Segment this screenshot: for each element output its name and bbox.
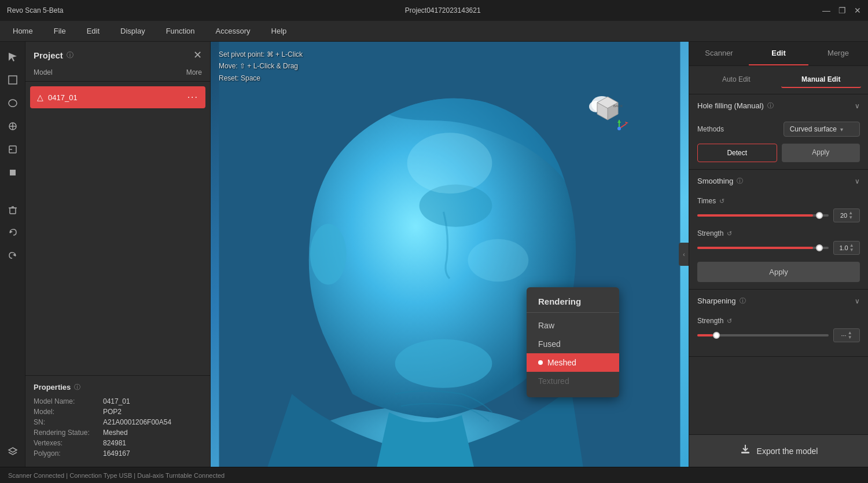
menu-display[interactable]: Display [117, 24, 149, 38]
model-column-label: Model [34, 68, 53, 76]
prop-polygon: Polygon: 1649167 [34, 449, 202, 458]
sharpening-reset-icon[interactable]: ↺ [727, 317, 732, 325]
menu-file[interactable]: File [50, 24, 69, 38]
strength-down[interactable]: ▼ [849, 248, 854, 253]
render-option-raw[interactable]: Raw [527, 316, 619, 335]
collapse-handle[interactable]: ‹ [679, 243, 689, 266]
sidebar-icon-cursor[interactable] [2, 46, 23, 67]
prop-vertexes: Vertexes: 824981 [34, 439, 202, 447]
sidebar-icon-measure[interactable] [2, 139, 23, 160]
title-bar: Revo Scan 5-Beta Project04172023143621 —… [0, 0, 868, 21]
times-param: Times ↺ 20 ▲ [697, 197, 860, 222]
times-value-input[interactable]: 20 ▲ ▼ [833, 208, 860, 222]
smoothing-content: Times ↺ 20 ▲ [689, 192, 868, 289]
model-options-button[interactable]: ··· [187, 92, 198, 103]
more-button[interactable]: More [186, 68, 202, 76]
viewport-gizmo[interactable]: BACK [584, 88, 631, 134]
menu-edit[interactable]: Edit [83, 24, 103, 38]
properties-info-icon[interactable]: ⓘ [74, 383, 80, 391]
sharpening-header[interactable]: Sharpening ⓘ ∨ [689, 290, 868, 312]
subtab-manual-edit[interactable]: Manual Edit [781, 72, 862, 88]
detect-apply-row: Detect Apply [689, 144, 868, 169]
render-textured-label: Textured [538, 376, 569, 386]
render-option-meshed[interactable]: Meshed [527, 353, 619, 372]
render-option-textured[interactable]: Textured [527, 372, 619, 390]
sidebar-icon-select[interactable] [2, 69, 23, 90]
sharpening-content: Strength ↺ ··· ▲ [689, 312, 868, 356]
sharpening-slider[interactable] [697, 334, 829, 336]
methods-label: Methods [697, 125, 724, 133]
menu-function[interactable]: Function [163, 24, 198, 38]
detect-button[interactable]: Detect [697, 144, 777, 162]
window-title: Project04172023143621 [405, 6, 481, 14]
project-info-icon[interactable]: ⓘ [67, 50, 73, 60]
times-down[interactable]: ▼ [848, 215, 853, 220]
menu-accessory[interactable]: Accessory [212, 24, 254, 38]
project-subheader: Model More [25, 66, 210, 82]
strength-slider-fill [697, 247, 813, 249]
export-icon [740, 444, 751, 458]
sharpening-slider-fill [697, 334, 713, 336]
strength-slider[interactable] [697, 247, 829, 249]
status-text: Scanner Connected | Connection Type USB … [8, 472, 225, 479]
hole-filling-apply-button[interactable]: Apply [782, 144, 860, 162]
project-close-button[interactable]: ✕ [193, 49, 202, 61]
prop-rendering: Rendering Statue: Meshed [34, 429, 202, 437]
svg-marker-13 [9, 448, 17, 452]
export-button[interactable]: Export the model [689, 434, 868, 467]
times-reset-icon[interactable]: ↺ [719, 197, 724, 205]
tab-scanner[interactable]: Scanner [689, 42, 749, 65]
right-panel-subtabs: Auto Edit Manual Edit [689, 66, 868, 94]
render-meshed-label: Meshed [547, 358, 576, 367]
project-title: Project [34, 50, 63, 60]
model-item[interactable]: △ 0417_01 ··· [30, 86, 205, 108]
svg-rect-7 [10, 170, 16, 175]
methods-row: Methods Curved surface ▾ [689, 117, 868, 144]
sidebar-icon-lasso[interactable] [2, 93, 23, 114]
sidebar-icon-delete[interactable] [2, 199, 23, 220]
strength-value-input[interactable]: 1.0 ▲ ▼ [833, 241, 860, 255]
project-header: Project ⓘ ✕ [25, 42, 210, 66]
sharpening-down[interactable]: ▼ [848, 335, 852, 340]
smoothing-header[interactable]: Smoothing ⓘ ∨ [689, 170, 868, 192]
sidebar-icon-transform[interactable] [2, 116, 23, 137]
times-slider-thumb[interactable] [816, 212, 823, 219]
sidebar-icon-square[interactable] [2, 162, 23, 183]
main-layout: Project ⓘ ✕ Model More △ 0417_01 ··· Pro… [0, 42, 868, 467]
hole-filling-info-icon: ⓘ [767, 101, 774, 110]
strength-label: Strength [697, 229, 723, 237]
sidebar-icon-undo[interactable] [2, 222, 23, 243]
smoothing-apply-button[interactable]: Apply [697, 262, 860, 282]
sharpening-slider-row: ··· ▲ ▼ [697, 328, 860, 342]
rendering-popup-title: Rendering [527, 294, 619, 313]
strength-reset-icon[interactable]: ↺ [727, 230, 732, 237]
minimize-button[interactable]: — [822, 6, 830, 15]
viewport[interactable]: Set pivot point: ⌘ + L-Click Move: ⇧ + L… [211, 42, 689, 467]
svg-point-20 [310, 224, 347, 285]
svg-marker-12 [13, 254, 16, 257]
svg-point-19 [468, 239, 528, 281]
sharpening-info-icon: ⓘ [740, 297, 746, 305]
maximize-button[interactable]: ❐ [838, 6, 846, 15]
menu-home[interactable]: Home [9, 24, 36, 38]
menu-help[interactable]: Help [268, 24, 290, 38]
hint-pivot: Set pivot point: ⌘ + L-Click [219, 49, 303, 60]
subtab-auto-edit[interactable]: Auto Edit [696, 72, 777, 88]
hole-filling-header[interactable]: Hole filling (Manual) ⓘ ∨ [689, 94, 868, 117]
sharpening-strength-label: Strength [697, 317, 723, 325]
close-button[interactable]: ✕ [854, 6, 861, 15]
left-sidebar [0, 42, 25, 467]
status-bar: Scanner Connected | Connection Type USB … [0, 467, 868, 483]
svg-text:BACK: BACK [613, 104, 623, 108]
sharpening-value-input[interactable]: ··· ▲ ▼ [833, 328, 860, 342]
sidebar-icon-layers[interactable] [2, 441, 23, 462]
tab-edit[interactable]: Edit [749, 42, 808, 65]
strength-slider-thumb[interactable] [816, 244, 823, 251]
times-slider[interactable] [697, 214, 829, 217]
sidebar-icon-redo[interactable] [2, 246, 23, 266]
methods-dropdown-arrow: ▾ [840, 126, 843, 133]
methods-dropdown[interactable]: Curved surface ▾ [784, 122, 860, 137]
sharpening-slider-thumb[interactable] [713, 332, 720, 339]
tab-merge[interactable]: Merge [808, 42, 868, 65]
render-option-fused[interactable]: Fused [527, 335, 619, 353]
